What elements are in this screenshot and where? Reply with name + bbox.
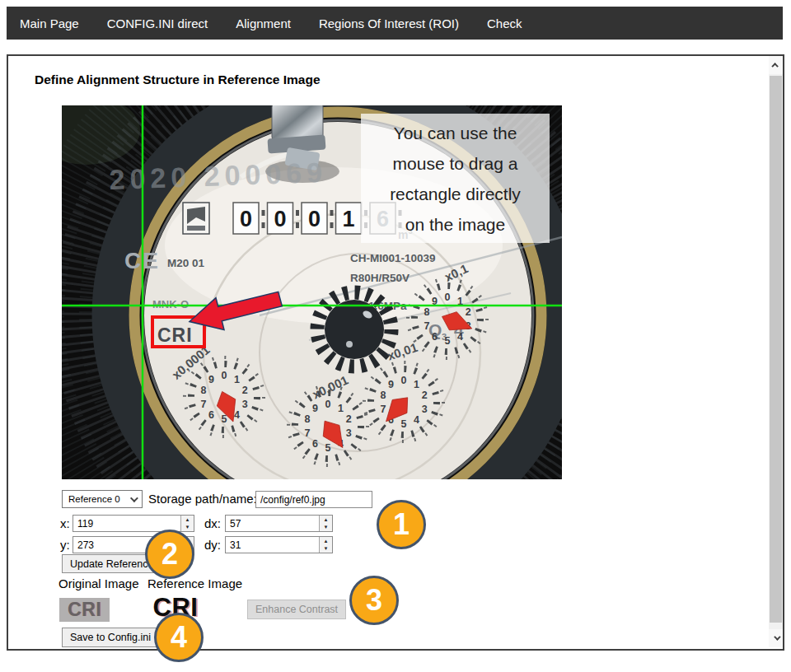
svg-text:9: 9 — [388, 379, 394, 390]
page: Main Page CONFIG.INI direct Alignment Re… — [0, 0, 791, 672]
dy-spinner[interactable]: ▲▼ — [319, 537, 332, 553]
save-to-config-button[interactable]: Save to Config.ini — [62, 628, 159, 647]
spinner-up-icon[interactable]: ▲ — [320, 537, 332, 545]
original-image-label: Original Image — [59, 576, 139, 590]
nav-regions-of-interest[interactable]: Regions Of Interest (ROI) — [319, 16, 459, 30]
scrollbar[interactable] — [769, 56, 783, 647]
page-title: Define Alignment Structure in Reference … — [35, 72, 321, 87]
scrollbar-down-button[interactable] — [769, 629, 783, 647]
dx-spinner[interactable]: ▲▼ — [319, 516, 332, 531]
svg-text:6: 6 — [312, 438, 318, 450]
enhance-contrast-button[interactable]: Enhance Contrast — [247, 600, 346, 619]
x-spinner[interactable]: ▲▼ — [180, 516, 194, 531]
svg-text:4: 4 — [414, 414, 419, 426]
svg-text:8: 8 — [424, 306, 429, 318]
y-label: y: — [60, 538, 70, 552]
chevron-up-icon — [771, 63, 778, 69]
spinner-down-icon[interactable]: ▼ — [181, 524, 194, 532]
scrollbar-up-button[interactable] — [769, 56, 783, 74]
svg-text:1: 1 — [414, 379, 419, 390]
svg-text:3: 3 — [346, 427, 352, 439]
nav-check[interactable]: Check — [487, 16, 522, 30]
svg-text:3: 3 — [242, 399, 248, 410]
annotation-circle-2: 2 — [145, 530, 194, 579]
meter-cri-mark: CRI — [157, 324, 193, 346]
svg-text:6: 6 — [432, 331, 438, 343]
svg-text:2: 2 — [242, 385, 248, 396]
svg-text:9: 9 — [208, 374, 214, 385]
svg-text:8: 8 — [380, 390, 386, 401]
original-image-crop: CRI — [59, 598, 110, 622]
meter-model: CH-MI001-10039 — [350, 252, 436, 264]
reference-select-value: Reference 0 — [68, 494, 120, 504]
svg-text:0: 0 — [240, 207, 252, 231]
dx-input-field[interactable] — [226, 516, 319, 531]
svg-text:1: 1 — [338, 403, 344, 414]
x-label: x: — [60, 516, 70, 530]
reference-image-label: Reference Image — [147, 576, 242, 590]
svg-text:5: 5 — [325, 442, 331, 454]
svg-text:5: 5 — [401, 418, 407, 430]
drag-hint-line: rectangle directly — [390, 179, 521, 209]
annotation-circle-4: 4 — [154, 613, 204, 662]
svg-text:7: 7 — [380, 404, 386, 415]
svg-text:0: 0 — [401, 375, 407, 386]
drag-hint-line: You can use the — [394, 118, 517, 148]
meter-type: M20 01 — [167, 257, 205, 269]
drag-hint-line: mouse to drag a — [393, 148, 518, 179]
annotation-circle-1: 1 — [377, 500, 426, 549]
svg-text:8: 8 — [200, 385, 206, 396]
spinner-down-icon[interactable]: ▼ — [320, 545, 332, 553]
storage-path-label: Storage path/name: — [148, 492, 257, 506]
dy-input-field[interactable] — [226, 537, 319, 553]
chevron-down-icon — [774, 633, 780, 640]
svg-text:7: 7 — [200, 399, 206, 410]
annotation-circle-3: 3 — [349, 576, 399, 625]
meter-brand: MNK-O — [152, 298, 189, 310]
x-input[interactable]: ▲▼ — [73, 515, 194, 532]
svg-text:0: 0 — [445, 292, 451, 303]
dx-input[interactable]: ▲▼ — [225, 515, 333, 532]
svg-text:7: 7 — [304, 427, 310, 439]
svg-text:0: 0 — [308, 207, 321, 231]
dx-label: dx: — [204, 516, 221, 530]
svg-text:2: 2 — [346, 413, 352, 425]
spinner-up-icon[interactable]: ▲ — [181, 516, 194, 524]
svg-text:2: 2 — [422, 390, 428, 401]
svg-text:1: 1 — [234, 374, 240, 385]
spinner-up-icon[interactable]: ▲ — [320, 516, 332, 524]
meter-ratio: R80H/R50V — [350, 272, 410, 284]
svg-text:0: 0 — [274, 207, 286, 231]
drag-hint-overlay: You can use the mouse to drag a rectangl… — [361, 114, 550, 243]
svg-text:3: 3 — [422, 404, 428, 415]
scrollbar-thumb[interactable] — [770, 76, 782, 623]
svg-text:7: 7 — [424, 320, 429, 332]
svg-text:9: 9 — [312, 403, 318, 414]
dy-input[interactable]: ▲▼ — [225, 536, 333, 553]
svg-text:6: 6 — [208, 409, 214, 421]
nav-config-ini-direct[interactable]: CONFIG.INI direct — [107, 16, 208, 30]
reference-image[interactable]: 2020 200069 00016 m3 CE M20 01 CH-MI001-… — [62, 105, 562, 479]
dy-label: dy: — [204, 538, 221, 552]
chevron-down-icon — [130, 494, 138, 502]
nav-alignment[interactable]: Alignment — [236, 16, 291, 30]
drag-hint-line: on the image — [405, 209, 505, 240]
counter-icon — [183, 203, 209, 234]
svg-text:5: 5 — [445, 335, 451, 347]
reference-select[interactable]: Reference 0 — [62, 490, 143, 508]
top-nav: Main Page CONFIG.INI direct Alignment Re… — [7, 7, 783, 40]
svg-text:8: 8 — [304, 413, 310, 425]
spinner-down-icon[interactable]: ▼ — [320, 524, 332, 532]
svg-text:0: 0 — [222, 370, 227, 381]
storage-path-input[interactable] — [255, 491, 372, 508]
svg-text:0: 0 — [325, 399, 331, 410]
svg-text:2: 2 — [466, 306, 471, 318]
x-input-field[interactable] — [73, 516, 180, 531]
nav-main-page[interactable]: Main Page — [20, 16, 79, 30]
svg-text:1: 1 — [342, 207, 354, 231]
svg-text:4: 4 — [457, 331, 463, 343]
svg-text:4: 4 — [234, 409, 240, 421]
